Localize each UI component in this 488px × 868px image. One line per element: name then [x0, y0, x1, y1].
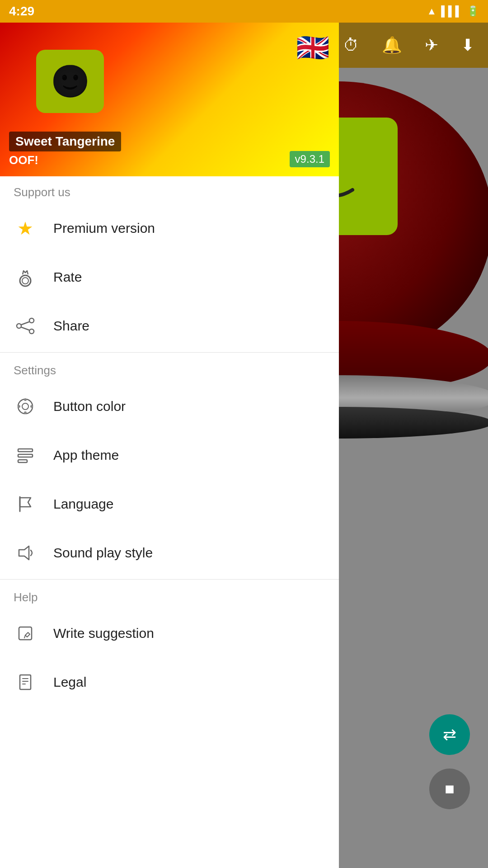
menu-item-write-suggestion[interactable]: Write suggestion: [0, 609, 339, 658]
download-icon[interactable]: ⬇: [461, 36, 474, 55]
svg-point-13: [18, 405, 20, 408]
star-icon: ★: [14, 217, 37, 240]
legal-icon: [14, 670, 37, 694]
flag-menu-icon: [14, 492, 37, 516]
svg-rect-15: [18, 454, 33, 457]
share-icon: [14, 314, 37, 338]
menu-label-write-suggestion: Write suggestion: [53, 626, 154, 641]
notification-icon[interactable]: 🔔: [382, 36, 402, 55]
menu-label-language: Language: [53, 496, 113, 512]
svg-point-11: [30, 405, 33, 408]
battery-icon: 🔋: [467, 5, 479, 17]
svg-rect-21: [20, 675, 31, 689]
menu-label-button-color: Button color: [53, 399, 126, 414]
section-label-help: Help: [0, 581, 339, 609]
drawer-version-badge: v9.3.1: [290, 151, 330, 167]
section-label-support: Support us: [0, 176, 339, 204]
menu-item-rate[interactable]: Rate: [0, 253, 339, 302]
fab-shuffle-button[interactable]: ⇄: [429, 714, 470, 755]
svg-point-2: [22, 278, 28, 284]
menu-item-sound-play-style[interactable]: Sound play style: [0, 528, 339, 577]
navigation-drawer: 🇬🇧 Sweet Tangerine OOF! v9.3.1 Support u…: [0, 23, 339, 868]
menu-item-app-theme[interactable]: App theme: [0, 431, 339, 480]
svg-line-7: [21, 327, 30, 330]
status-icons: ▲ ▌▌▌ 🔋: [427, 5, 479, 17]
svg-point-4: [29, 329, 34, 334]
status-time: 4:29: [9, 4, 34, 19]
shuffle-icon: ⇄: [443, 725, 456, 744]
svg-point-10: [24, 398, 27, 401]
svg-point-5: [17, 324, 21, 328]
roblox-avatar-head: [36, 50, 104, 113]
svg-point-12: [24, 411, 27, 414]
svg-rect-19: [19, 627, 32, 640]
signal-icon: ▌▌▌: [441, 5, 462, 17]
timer-icon[interactable]: ⏱: [343, 36, 359, 55]
svg-point-9: [22, 403, 28, 410]
palette-icon: [14, 395, 37, 418]
menu-item-button-color[interactable]: Button color: [0, 382, 339, 431]
theme-icon: [14, 443, 37, 467]
menu-item-legal[interactable]: Legal: [0, 658, 339, 707]
svg-marker-18: [19, 546, 29, 560]
menu-item-language[interactable]: Language: [0, 480, 339, 528]
section-label-settings: Settings: [0, 354, 339, 382]
send-icon[interactable]: ✈: [425, 36, 438, 55]
fab-stop-button[interactable]: ■: [429, 769, 470, 809]
sound-icon: [14, 541, 37, 565]
edit-icon: [14, 622, 37, 645]
menu-item-share[interactable]: Share: [0, 302, 339, 350]
flag-icon: 🇬🇧: [296, 32, 330, 64]
menu-item-premium[interactable]: ★ Premium version: [0, 204, 339, 253]
menu-label-share: Share: [53, 318, 89, 334]
drawer-app-sub: OOF!: [9, 153, 121, 167]
svg-rect-14: [18, 449, 33, 452]
drawer-title-area: Sweet Tangerine OOF!: [9, 132, 121, 167]
svg-line-6: [21, 322, 30, 325]
menu-label-sound-play-style: Sound play style: [53, 545, 153, 561]
menu-label-premium: Premium version: [53, 221, 155, 236]
status-bar: 4:29 ▲ ▌▌▌ 🔋: [0, 0, 488, 23]
svg-rect-16: [18, 460, 27, 462]
svg-point-3: [29, 318, 34, 323]
drawer-app-name: Sweet Tangerine: [9, 132, 121, 151]
medal-icon: [14, 265, 37, 289]
menu-label-legal: Legal: [53, 675, 86, 690]
menu-label-app-theme: App theme: [53, 448, 119, 463]
stop-icon: ■: [445, 779, 455, 798]
avatar: [36, 50, 117, 131]
menu-label-rate: Rate: [53, 269, 82, 285]
divider-2: [0, 579, 339, 580]
divider-1: [0, 352, 339, 353]
wifi-icon: ▲: [427, 5, 436, 17]
drawer-header: 🇬🇧 Sweet Tangerine OOF! v9.3.1: [0, 23, 339, 176]
